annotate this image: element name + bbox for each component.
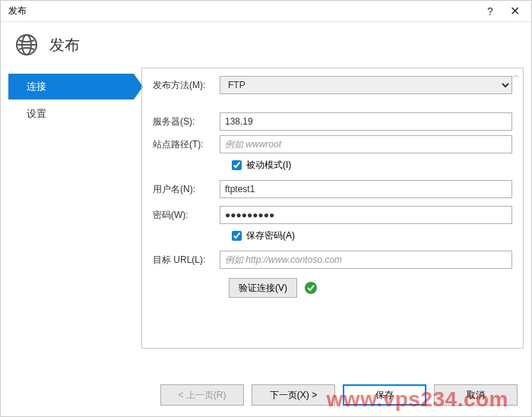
- dialog-header: 发布: [1, 22, 531, 65]
- username-label: 用户名(N):: [153, 183, 220, 196]
- window-title: 发布: [8, 5, 478, 17]
- server-input[interactable]: [220, 112, 512, 131]
- save-password-label: 保存密码(A): [246, 229, 295, 242]
- sidebar-item-settings[interactable]: 设置: [8, 101, 134, 127]
- sitepath-label: 站点路径(T):: [153, 138, 220, 151]
- help-button[interactable]: ?: [478, 5, 502, 17]
- cancel-button[interactable]: 取消: [434, 384, 518, 406]
- form-panel: ︿ 发布方法(M): FTP 服务器(S): 站点路径(T): 被动模式(I) …: [141, 68, 524, 349]
- server-label: 服务器(S):: [153, 115, 220, 128]
- globe-icon: [14, 33, 39, 57]
- passive-mode-checkbox[interactable]: [232, 160, 242, 170]
- dialog-title: 发布: [49, 35, 80, 55]
- success-icon: [305, 282, 317, 294]
- password-input[interactable]: [220, 206, 512, 224]
- sidebar-item-label: 设置: [27, 108, 46, 119]
- publish-method-select[interactable]: FTP: [220, 76, 512, 94]
- dialog-body: 连接 设置 ︿ 发布方法(M): FTP 服务器(S): 站点路径(T):: [1, 65, 531, 349]
- target-url-label: 目标 URL(L):: [153, 254, 220, 267]
- dialog-footer: < 上一页(R) 下一页(X) > 保存 取消: [160, 384, 518, 406]
- username-input[interactable]: [220, 180, 512, 198]
- next-button[interactable]: 下一页(X) >: [252, 384, 335, 406]
- close-button[interactable]: ✕: [502, 4, 527, 18]
- target-url-input[interactable]: [220, 251, 512, 269]
- sitepath-input[interactable]: [220, 135, 512, 153]
- publish-method-label: 发布方法(M):: [153, 79, 220, 92]
- verify-connection-button[interactable]: 验证连接(V): [229, 278, 297, 298]
- sidebar: 连接 设置: [8, 68, 134, 349]
- password-label: 密码(W):: [153, 209, 220, 222]
- collapse-icon[interactable]: ︿: [512, 70, 520, 81]
- save-password-checkbox[interactable]: [232, 231, 242, 241]
- prev-button[interactable]: < 上一页(R): [160, 384, 244, 406]
- passive-mode-label: 被动模式(I): [246, 159, 291, 172]
- sidebar-item-label: 连接: [27, 81, 46, 92]
- sidebar-item-connection[interactable]: 连接: [8, 74, 134, 100]
- save-button[interactable]: 保存: [343, 384, 426, 406]
- title-bar: 发布 ? ✕: [1, 1, 531, 22]
